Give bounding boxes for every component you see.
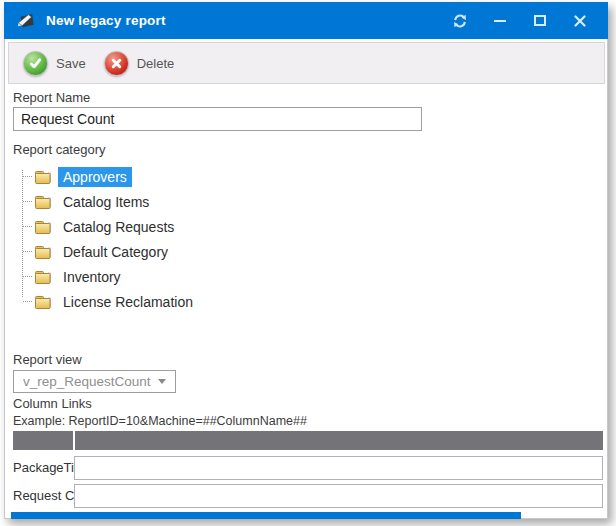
folder-icon bbox=[35, 170, 52, 184]
request-count-label: Request Count bbox=[13, 488, 74, 503]
column-links-example: Example: ReportID=10&Machine=##ColumnNam… bbox=[13, 414, 307, 428]
chevron-down-icon bbox=[158, 379, 166, 384]
column-links-label: Column Links bbox=[13, 396, 92, 411]
tree-item-label: Catalog Requests bbox=[58, 217, 179, 237]
report-name-input[interactable] bbox=[13, 107, 422, 131]
report-category-tree: Approvers Catalog Items Catalog Requests… bbox=[13, 164, 333, 316]
delete-x-icon bbox=[104, 51, 129, 76]
save-button[interactable]: Save bbox=[19, 51, 100, 76]
folder-icon bbox=[35, 220, 52, 234]
folder-icon bbox=[35, 295, 52, 309]
packagetitle-label: PackageTitle bbox=[13, 460, 74, 475]
delete-button-label: Delete bbox=[137, 56, 175, 71]
column-links-header bbox=[13, 431, 603, 450]
save-button-label: Save bbox=[56, 56, 86, 71]
close-icon[interactable] bbox=[572, 13, 588, 29]
titlebar: New legacy report bbox=[4, 2, 608, 39]
window-bottom-border bbox=[11, 512, 521, 519]
tree-item-license-reclamation[interactable]: License Reclamation bbox=[13, 289, 198, 314]
delete-button[interactable]: Delete bbox=[100, 51, 189, 76]
column-link-row-request-count: Request Count bbox=[13, 483, 603, 508]
tree-item-approvers[interactable]: Approvers bbox=[13, 164, 132, 189]
report-view-select[interactable]: v_rep_RequestCount bbox=[13, 370, 176, 393]
dialog-new-legacy-report: New legacy report bbox=[4, 2, 608, 519]
report-category-label: Report category bbox=[13, 142, 106, 157]
window-title: New legacy report bbox=[46, 13, 166, 28]
save-check-icon bbox=[23, 51, 48, 76]
column-links-header-cell-2 bbox=[75, 431, 603, 450]
toolbar: Save Delete bbox=[8, 42, 605, 84]
refresh-icon[interactable] bbox=[452, 13, 468, 29]
notepad-pencil-icon bbox=[16, 11, 37, 30]
column-links-header-cell-1 bbox=[13, 431, 73, 450]
tree-item-catalog-items[interactable]: Catalog Items bbox=[13, 189, 154, 214]
folder-icon bbox=[35, 195, 52, 209]
tree-item-label: License Reclamation bbox=[58, 292, 198, 312]
tree-item-label: Default Category bbox=[58, 242, 173, 262]
tree-item-default-category[interactable]: Default Category bbox=[13, 239, 173, 264]
tree-item-catalog-requests[interactable]: Catalog Requests bbox=[13, 214, 179, 239]
column-link-row-packagetitle: PackageTitle bbox=[13, 455, 603, 480]
folder-icon bbox=[35, 270, 52, 284]
tree-item-label: Catalog Items bbox=[58, 192, 154, 212]
report-view-value: v_rep_RequestCount bbox=[23, 374, 158, 389]
tree-item-inventory[interactable]: Inventory bbox=[13, 264, 126, 289]
tree-item-label: Approvers bbox=[58, 167, 132, 187]
window-controls bbox=[452, 13, 596, 29]
maximize-icon[interactable] bbox=[532, 13, 548, 29]
request-count-input[interactable] bbox=[74, 484, 603, 508]
report-view-label: Report view bbox=[13, 352, 82, 367]
tree-item-label: Inventory bbox=[58, 267, 126, 287]
folder-icon bbox=[35, 245, 52, 259]
packagetitle-input[interactable] bbox=[74, 456, 603, 480]
minimize-icon[interactable] bbox=[492, 13, 508, 29]
report-name-label: Report Name bbox=[13, 90, 90, 105]
